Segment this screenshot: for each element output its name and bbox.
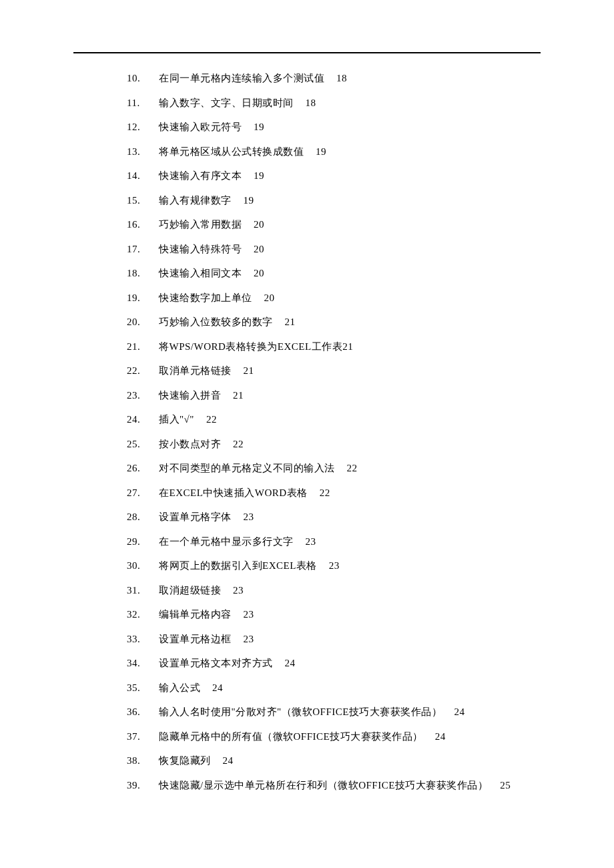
toc-item-number: 22. [127, 366, 159, 376]
toc-item-page: 23 [244, 512, 254, 522]
toc-item-number: 29. [127, 537, 159, 547]
toc-item: 18.快速输入相同文本20 [127, 268, 541, 278]
toc-item: 31.取消超级链接23 [127, 586, 541, 596]
toc-item-title: 取消超级链接 [159, 586, 221, 596]
toc-item-title: 输入人名时使用"分散对齐"（微软OFFICE技巧大赛获奖作品） [159, 707, 442, 717]
toc-item-title: 恢复隐藏列 [159, 756, 211, 766]
toc-item-number: 13. [127, 147, 159, 157]
toc-item-page: 24 [435, 732, 446, 742]
toc-item-number: 36. [127, 707, 159, 717]
toc-item-page: 21 [285, 317, 296, 327]
table-of-contents: 10.在同一单元格内连续输入多个测试值1811.输入数字、文字、日期或时间181… [73, 73, 541, 791]
toc-item-title: 输入有规律数字 [159, 196, 232, 206]
toc-item-number: 34. [127, 658, 159, 668]
toc-item-title: 快速输入特殊符号 [159, 244, 242, 254]
toc-item-title: 将WPS/WORD表格转换为EXCEL工作表21 [159, 342, 353, 352]
toc-item: 21.将WPS/WORD表格转换为EXCEL工作表21 [127, 342, 541, 352]
toc-item: 23.快速输入拼音21 [127, 391, 541, 401]
toc-item-title: 设置单元格文本对齐方式 [159, 658, 273, 668]
toc-item-page: 25 [500, 781, 511, 791]
toc-item-number: 27. [127, 488, 159, 498]
toc-item-page: 22 [347, 463, 358, 473]
toc-item: 14.快速输入有序文本19 [127, 171, 541, 181]
header-rule [73, 52, 541, 53]
toc-item: 28.设置单元格字体23 [127, 512, 541, 522]
toc-item-number: 39. [127, 781, 159, 791]
toc-item: 34.设置单元格文本对齐方式24 [127, 658, 541, 668]
toc-item-page: 24 [212, 683, 223, 693]
toc-item-number: 30. [127, 561, 159, 571]
toc-item-page: 23 [244, 610, 254, 620]
toc-item: 25.按小数点对齐22 [127, 439, 541, 449]
toc-item: 29.在一个单元格中显示多行文字23 [127, 537, 541, 547]
toc-item-page: 24 [223, 756, 234, 766]
toc-item: 20.巧妙输入位数较多的数字21 [127, 317, 541, 327]
toc-item-number: 20. [127, 317, 159, 327]
toc-item-title: 隐藏单元格中的所有值（微软OFFICE技巧大赛获奖作品） [159, 732, 423, 742]
toc-item-page: 24 [454, 707, 465, 717]
toc-item-title: 编辑单元格内容 [159, 610, 232, 620]
toc-item-number: 18. [127, 268, 159, 278]
toc-item: 32.编辑单元格内容23 [127, 610, 541, 620]
toc-item-page: 22 [233, 439, 244, 449]
toc-item-page: 20 [254, 244, 264, 254]
toc-item-title: 巧妙输入位数较多的数字 [159, 317, 273, 327]
toc-item-page: 23 [244, 634, 254, 644]
toc-item-number: 37. [127, 732, 159, 742]
toc-item: 35.输入公式24 [127, 683, 541, 693]
toc-item-title: 输入数字、文字、日期或时间 [159, 98, 294, 108]
toc-item: 13.将单元格区域从公式转换成数值19 [127, 147, 541, 157]
toc-item-title: 对不同类型的单元格定义不同的输入法 [159, 463, 335, 473]
toc-item-title: 取消单元格链接 [159, 366, 232, 376]
toc-item-number: 24. [127, 415, 159, 425]
toc-item-title: 快速隐藏/显示选中单元格所在行和列（微软OFFICE技巧大赛获奖作品） [159, 781, 488, 791]
toc-item-title: 巧妙输入常用数据 [159, 220, 242, 230]
toc-item-page: 21 [233, 391, 244, 401]
toc-item-number: 12. [127, 122, 159, 132]
toc-item-title: 将单元格区域从公式转换成数值 [159, 147, 304, 157]
toc-item-title: 插入"√" [159, 415, 194, 425]
toc-item-page: 19 [244, 196, 254, 206]
toc-item-title: 快速输入有序文本 [159, 171, 242, 181]
toc-item-page: 21 [244, 366, 254, 376]
toc-item: 10.在同一单元格内连续输入多个测试值18 [127, 73, 541, 83]
toc-item: 22.取消单元格链接21 [127, 366, 541, 376]
toc-item: 24.插入"√"22 [127, 415, 541, 425]
toc-item-title: 快速输入相同文本 [159, 268, 242, 278]
toc-item-title: 快速输入欧元符号 [159, 122, 242, 132]
toc-item: 17.快速输入特殊符号20 [127, 244, 541, 254]
toc-item: 33.设置单元格边框23 [127, 634, 541, 644]
toc-item: 27.在EXCEL中快速插入WORD表格22 [127, 488, 541, 498]
document-page: 10.在同一单元格内连续输入多个测试值1811.输入数字、文字、日期或时间181… [0, 0, 614, 791]
toc-item-number: 23. [127, 391, 159, 401]
toc-item-page: 22 [206, 415, 217, 425]
toc-item-number: 28. [127, 512, 159, 522]
toc-item-title: 设置单元格边框 [159, 634, 232, 644]
toc-item: 15.输入有规律数字19 [127, 196, 541, 206]
toc-item-page: 23 [329, 561, 340, 571]
toc-item-title: 设置单元格字体 [159, 512, 232, 522]
toc-item-page: 19 [254, 122, 264, 132]
toc-item: 37.隐藏单元格中的所有值（微软OFFICE技巧大赛获奖作品）24 [127, 732, 541, 742]
toc-item-number: 35. [127, 683, 159, 693]
toc-item: 19.快速给数字加上单位20 [127, 293, 541, 303]
toc-item-page: 20 [264, 293, 275, 303]
toc-item: 36.输入人名时使用"分散对齐"（微软OFFICE技巧大赛获奖作品）24 [127, 707, 541, 717]
toc-item-number: 31. [127, 586, 159, 596]
toc-item-number: 38. [127, 756, 159, 766]
toc-item-number: 19. [127, 293, 159, 303]
toc-item: 39.快速隐藏/显示选中单元格所在行和列（微软OFFICE技巧大赛获奖作品）25 [127, 781, 541, 791]
toc-item-page: 18 [336, 73, 347, 83]
toc-item-number: 10. [127, 73, 159, 83]
toc-item-title: 按小数点对齐 [159, 439, 221, 449]
toc-item-page: 20 [254, 220, 264, 230]
toc-item-title: 在一个单元格中显示多行文字 [159, 537, 294, 547]
toc-item: 16.巧妙输入常用数据20 [127, 220, 541, 230]
toc-item-number: 14. [127, 171, 159, 181]
toc-item-title: 在同一单元格内连续输入多个测试值 [159, 73, 324, 83]
toc-item-page: 24 [285, 658, 296, 668]
toc-item-number: 21. [127, 342, 159, 352]
toc-item-title: 快速给数字加上单位 [159, 293, 252, 303]
toc-item-page: 19 [254, 171, 264, 181]
toc-item: 26.对不同类型的单元格定义不同的输入法22 [127, 463, 541, 473]
